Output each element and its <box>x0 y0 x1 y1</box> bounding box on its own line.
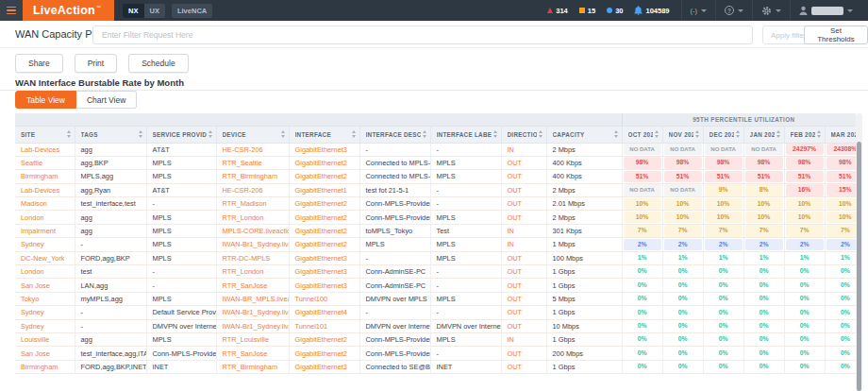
cell-device[interactable]: IWAN-BR_MPLS.livea... <box>216 292 289 305</box>
column-header-month-4[interactable]: FEB 2023 <box>784 126 825 143</box>
sort-icon[interactable] <box>817 130 821 138</box>
cell-site[interactable]: Birmingham <box>15 170 75 183</box>
tab-table-view[interactable]: Table View <box>15 91 76 109</box>
cell-interface[interactable]: GigabitEthernet2 <box>289 156 359 169</box>
tab-livenca[interactable]: LiveNCA <box>172 4 212 18</box>
cell-site[interactable]: London <box>15 211 75 224</box>
cell-device[interactable]: RTR_SanJose <box>216 279 289 292</box>
column-header-capacity[interactable]: CAPACITY <box>546 126 622 143</box>
cell-site[interactable]: Louisville <box>15 332 75 346</box>
column-header-month-2[interactable]: DEC 2022 <box>703 126 743 143</box>
column-header-month-1[interactable]: NOV 2022 <box>662 126 703 143</box>
cell-interface[interactable]: Tunnel101 <box>289 319 359 332</box>
sort-icon[interactable] <box>352 130 356 138</box>
cell-device[interactable]: IWAN-Br1_Sydney.liv... <box>216 306 289 319</box>
column-header-provider[interactable]: SERVICE PROVIDER <box>146 126 216 143</box>
cell-device[interactable]: IWAN-Br1_Sydney.liv... <box>216 238 289 251</box>
critical-alerts-badge[interactable]: 314 <box>547 7 568 15</box>
cell-device[interactable]: RTR_Louisville <box>216 332 289 346</box>
settings-menu[interactable] <box>752 0 790 21</box>
cell-interface[interactable]: Tunnel100 <box>289 292 359 305</box>
cell-device[interactable]: MPLS-CORE.liveactio... <box>216 224 289 237</box>
cell-device[interactable]: RTR_Madison <box>216 197 289 211</box>
sort-icon[interactable] <box>539 130 542 138</box>
notifications-badge[interactable]: 104589 <box>634 6 669 15</box>
info-alerts-badge[interactable]: 30 <box>607 7 623 15</box>
filter-input[interactable] <box>92 26 753 44</box>
sort-icon[interactable] <box>614 130 618 138</box>
column-header-direction[interactable]: DIRECTION <box>501 126 546 143</box>
cell-interface[interactable]: GigabitEthernet1 <box>289 183 359 196</box>
column-header-month-5[interactable]: MAR 2023 <box>825 126 856 143</box>
column-header-month-0[interactable]: OCT 2022 <box>622 126 662 143</box>
column-header-label[interactable]: INTERFACE LABEL <box>430 126 501 143</box>
cell-interface[interactable]: GigabitEthernet3 <box>289 279 359 292</box>
cell-device[interactable]: RTR_SanJose <box>216 347 289 360</box>
sort-icon[interactable] <box>139 130 142 138</box>
sort-icon[interactable] <box>67 130 71 138</box>
cell-site[interactable]: San Jose <box>15 279 75 292</box>
cell-interface[interactable]: GigabitEthernet2 <box>289 211 359 224</box>
cell-interface[interactable]: GigabitEthernet2 <box>289 347 359 360</box>
column-header-description[interactable]: INTERFACE DESCRIPTI... <box>359 126 430 143</box>
menu-button[interactable] <box>0 0 23 21</box>
cell-site[interactable]: Seattle <box>15 156 75 169</box>
cell-device[interactable]: HE-CSR-206 <box>216 183 289 196</box>
cell-device[interactable]: RTR_London <box>216 211 289 224</box>
column-header-site[interactable]: SITE <box>15 126 75 143</box>
cell-device[interactable]: RTR_Birmingham <box>216 360 289 373</box>
cell-site[interactable]: Sydney <box>15 319 75 332</box>
cell-site[interactable]: Sydney <box>15 238 75 251</box>
cell-interface[interactable]: GigabitEthernet2 <box>289 224 359 237</box>
column-header-month-3[interactable]: JAN 2023 <box>743 126 784 143</box>
cell-site[interactable]: DC-New_York <box>15 251 75 264</box>
cell-site[interactable]: Madison <box>15 197 75 211</box>
sort-icon[interactable] <box>776 130 780 138</box>
sort-icon[interactable] <box>423 130 426 138</box>
cell-site[interactable]: London <box>15 265 75 279</box>
cell-site[interactable]: Lab-Devices <box>15 183 75 196</box>
cell-site[interactable]: San Jose <box>15 347 75 360</box>
set-thresholds-button[interactable]: Set Thresholds <box>804 26 868 44</box>
scrollbar-thumb[interactable] <box>857 142 861 391</box>
cell-interface[interactable]: GigabitEthernet2 <box>289 197 359 211</box>
cell-site[interactable]: Impairment <box>15 224 75 237</box>
column-header-device[interactable]: DEVICE <box>216 126 289 143</box>
cell-interface[interactable]: GigabitEthernet3 <box>289 360 359 373</box>
warning-alerts-badge[interactable]: 15 <box>579 7 595 15</box>
sort-icon[interactable] <box>695 130 699 138</box>
help-menu[interactable]: ? <box>715 0 752 21</box>
cell-site[interactable]: Birmingham <box>15 360 75 373</box>
cell-interface[interactable]: GigabitEthernet3 <box>289 143 359 156</box>
cell-device[interactable]: RTR_Birmingham <box>216 170 289 183</box>
sort-icon[interactable] <box>493 130 497 138</box>
cell-interface[interactable]: GigabitEthernet3 <box>289 251 359 264</box>
cell-site[interactable]: Sydney <box>15 306 75 319</box>
sort-icon[interactable] <box>209 130 212 138</box>
share-button[interactable]: Share <box>15 54 63 73</box>
cell-interface[interactable]: GigabitEthernet3 <box>289 265 359 279</box>
sort-icon[interactable] <box>736 130 740 138</box>
cell-interface[interactable]: GigabitEthernet2 <box>289 238 359 251</box>
cell-interface[interactable]: GigabitEthernet2 <box>289 170 359 183</box>
sort-icon[interactable] <box>281 130 285 138</box>
cell-site[interactable]: Tokyo <box>15 292 75 305</box>
tab-nx[interactable]: NX <box>123 4 143 18</box>
cell-site[interactable]: Lab-Devices <box>15 143 75 156</box>
cell-interface[interactable]: GigabitEthernet4 <box>289 306 359 319</box>
cell-interface[interactable]: GigabitEthernet2 <box>289 332 359 346</box>
cell-device[interactable]: IWAN-Br1_Sydney.liv... <box>216 319 289 332</box>
column-header-interface[interactable]: INTERFACE <box>289 126 359 143</box>
sort-icon[interactable] <box>655 130 659 138</box>
cell-device[interactable]: RTR_Seattle <box>216 156 289 169</box>
cell-device[interactable]: RTR-DC-MPLS <box>216 251 289 264</box>
print-button[interactable]: Print <box>75 54 117 73</box>
column-header-tags[interactable]: TAGS <box>75 126 146 143</box>
schedule-button[interactable]: Schedule <box>128 54 188 73</box>
cell-device[interactable]: RTR_London <box>216 265 289 279</box>
user-menu[interactable] <box>790 0 861 21</box>
tab-ux[interactable]: UX <box>144 4 165 18</box>
filter-group-menu[interactable]: (-) <box>681 0 716 21</box>
tab-chart-view[interactable]: Chart View <box>76 91 137 109</box>
cell-device[interactable]: HE-CSR-206 <box>216 143 289 156</box>
